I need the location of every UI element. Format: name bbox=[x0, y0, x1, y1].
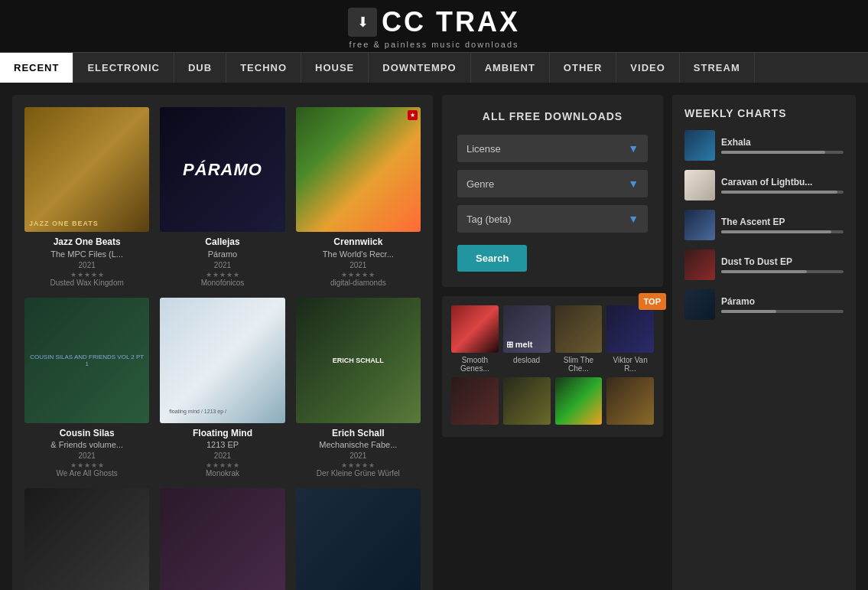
chart-name: Dust To Dust EP bbox=[721, 256, 844, 267]
album-grid: JAZZ ONE BEATSJazz One BeatsThe MPC File… bbox=[24, 107, 421, 590]
charts-title: WEEKLY CHARTS bbox=[684, 107, 844, 119]
album-title: 1213 EP bbox=[160, 439, 284, 450]
nav-item-techno[interactable]: TECHNO bbox=[226, 53, 301, 83]
top-albums-panel: TOP Smooth Genes...⊞ meltdesloadSlim The… bbox=[442, 296, 663, 437]
album-stars: ★★★★★ bbox=[24, 461, 149, 469]
album-year: 2021 bbox=[296, 261, 421, 269]
header: ⬇ CC TRAX free & painless music download… bbox=[0, 0, 868, 52]
top-album-name: Smooth Genes... bbox=[451, 356, 499, 373]
middle-panel: ALL FREE DOWNLOADS License ▼ Genre ▼ Tag… bbox=[442, 95, 663, 590]
album-stars: ★★★★★ bbox=[24, 271, 149, 279]
album-artist: Callejas bbox=[160, 236, 284, 249]
logo-subtitle: free & painless music downloads bbox=[0, 40, 868, 49]
album-stars: ★★★★★ bbox=[296, 271, 421, 279]
chart-name: Caravan of Lightbu... bbox=[721, 177, 844, 187]
album-title: The MPC Files (L... bbox=[24, 249, 149, 259]
top-album-item[interactable]: ⊞ meltdesload bbox=[503, 305, 551, 373]
top-badge: TOP bbox=[639, 293, 666, 310]
search-button[interactable]: Search bbox=[457, 245, 527, 272]
top-album-item[interactable] bbox=[503, 377, 551, 428]
tag-label: Tag (beta) bbox=[467, 214, 512, 225]
album-label: Dusted Wax Kingdom bbox=[24, 279, 149, 287]
album-year: 2021 bbox=[296, 451, 421, 460]
chart-item[interactable]: Exhala bbox=[684, 130, 844, 161]
album-item[interactable]: floating mind / 1213 ep /Floating Mind12… bbox=[160, 298, 284, 478]
charts-list: ExhalaCaravan of Lightbu...The Ascent EP… bbox=[684, 130, 844, 320]
album-item[interactable]: ERICH SCHALLErich SchallMechanische Fabe… bbox=[296, 298, 421, 478]
album-item[interactable]: JAZZ ONE BEATSJazz One BeatsThe MPC File… bbox=[24, 107, 149, 287]
chart-name: Exhala bbox=[721, 137, 844, 148]
downloads-title: ALL FREE DOWNLOADS bbox=[457, 110, 648, 122]
album-title: & Friends volume... bbox=[24, 439, 149, 450]
license-dropdown[interactable]: License ▼ bbox=[457, 135, 648, 162]
album-stars: ★★★★★ bbox=[160, 461, 284, 469]
album-year: 2021 bbox=[24, 261, 149, 269]
logo-text: CC TRAX bbox=[382, 6, 520, 38]
tag-dropdown[interactable]: Tag (beta) ▼ bbox=[457, 205, 648, 233]
album-item[interactable] bbox=[296, 488, 421, 590]
recent-panel: JAZZ ONE BEATSJazz One BeatsThe MPC File… bbox=[12, 95, 433, 590]
nav-item-downtempo[interactable]: DOWNTEMPO bbox=[369, 53, 470, 83]
tag-arrow: ▼ bbox=[628, 213, 639, 225]
main-nav: RECENTELECTRONICDUBTECHNOHOUSEDOWNTEMPOA… bbox=[0, 52, 868, 83]
genre-dropdown[interactable]: Genre ▼ bbox=[457, 170, 648, 197]
album-year: 2021 bbox=[160, 261, 284, 269]
album-stars: ★★★★★ bbox=[160, 271, 284, 279]
album-artist: Erich Schall bbox=[296, 428, 421, 440]
album-year: 2021 bbox=[160, 451, 284, 460]
logo-icon: ⬇ bbox=[348, 8, 377, 37]
album-artist: Cousin Silas bbox=[24, 428, 149, 440]
top-album-item[interactable]: Slim The Che... bbox=[555, 305, 603, 373]
nav-item-stream[interactable]: STREAM bbox=[680, 53, 755, 83]
album-artist: Jazz One Beats bbox=[24, 236, 149, 249]
chart-item[interactable]: Dust To Dust EP bbox=[684, 249, 844, 280]
album-stars: ★★★★★ bbox=[296, 461, 421, 469]
chart-name: Páramo bbox=[721, 296, 844, 307]
logo-area: ⬇ CC TRAX bbox=[0, 6, 868, 38]
top-albums-row1: Smooth Genes...⊞ meltdesloadSlim The Che… bbox=[451, 305, 654, 373]
nav-item-recent[interactable]: RECENT bbox=[0, 53, 73, 83]
album-label: Der Kleine Grüne Würfel bbox=[296, 469, 421, 478]
top-album-item[interactable]: Viktor Van R... bbox=[606, 305, 654, 373]
album-item[interactable] bbox=[24, 488, 149, 590]
license-label: License bbox=[467, 143, 501, 155]
album-title: Mechanische Fabe... bbox=[296, 439, 421, 450]
album-item[interactable]: ★CrennwiickThe World's Recr...2021★★★★★d… bbox=[296, 107, 421, 287]
top-album-item[interactable] bbox=[451, 377, 499, 428]
top-album-item[interactable] bbox=[555, 377, 603, 428]
album-item[interactable] bbox=[160, 488, 284, 590]
chart-item[interactable]: Páramo bbox=[684, 289, 844, 320]
nav-item-electronic[interactable]: ELECTRONIC bbox=[73, 53, 174, 83]
top-album-name: desload bbox=[503, 356, 551, 364]
chart-item[interactable]: Caravan of Lightbu... bbox=[684, 170, 844, 200]
album-title: Páramo bbox=[160, 249, 284, 259]
album-artist: Crennwiick bbox=[296, 236, 421, 249]
album-label: digital-diamonds bbox=[296, 279, 421, 287]
nav-item-video[interactable]: VIDEO bbox=[616, 53, 679, 83]
downloads-panel: ALL FREE DOWNLOADS License ▼ Genre ▼ Tag… bbox=[442, 95, 663, 287]
nav-item-house[interactable]: HOUSE bbox=[301, 53, 369, 83]
top-album-item[interactable] bbox=[606, 377, 654, 428]
album-year: 2021 bbox=[24, 451, 149, 460]
album-label: We Are All Ghosts bbox=[24, 469, 149, 478]
album-title: The World's Recr... bbox=[296, 249, 421, 259]
top-albums-row2 bbox=[451, 377, 654, 428]
license-arrow: ▼ bbox=[628, 142, 639, 155]
chart-name: The Ascent EP bbox=[721, 217, 844, 227]
top-album-name: Slim The Che... bbox=[555, 356, 603, 373]
genre-arrow: ▼ bbox=[628, 178, 639, 190]
nav-item-dub[interactable]: DUB bbox=[174, 53, 226, 83]
genre-label: Genre bbox=[467, 178, 494, 190]
nav-item-ambient[interactable]: AMBIENT bbox=[471, 53, 550, 83]
nav-item-other[interactable]: OTHER bbox=[550, 53, 617, 83]
main-content: JAZZ ONE BEATSJazz One BeatsThe MPC File… bbox=[0, 83, 868, 590]
chart-item[interactable]: The Ascent EP bbox=[684, 210, 844, 240]
album-label: Monofónicos bbox=[160, 279, 284, 287]
top-album-item[interactable]: Smooth Genes... bbox=[451, 305, 499, 373]
album-artist: Floating Mind bbox=[160, 428, 284, 440]
charts-panel: WEEKLY CHARTS ExhalaCaravan of Lightbu..… bbox=[672, 95, 856, 590]
top-album-name: Viktor Van R... bbox=[606, 356, 654, 373]
album-item[interactable]: PÁRAMOCallejasPáramo2021★★★★★Monofónicos bbox=[160, 107, 284, 287]
album-item[interactable]: COUSIN SILAS AND FRIENDS VOL 2 PT 1Cousi… bbox=[24, 298, 149, 478]
album-label: Monokrak bbox=[160, 469, 284, 478]
